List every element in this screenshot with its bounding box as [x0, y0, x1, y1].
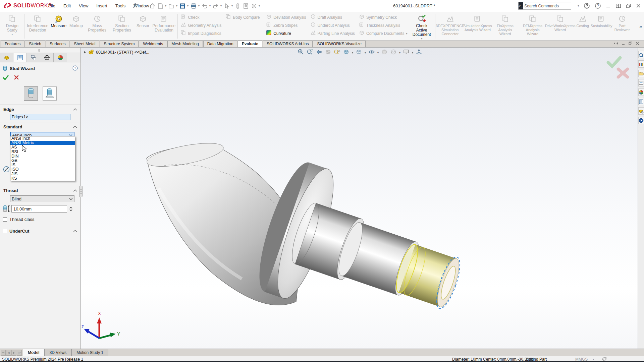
print-button[interactable] — [190, 2, 197, 10]
minimize-button[interactable] — [606, 4, 610, 8]
menu-insert[interactable]: Insert — [92, 0, 111, 12]
standard-option-ks[interactable]: KS — [10, 176, 75, 181]
doc-minimize-icon[interactable] — [622, 42, 625, 45]
new-doc-button[interactable] — [157, 2, 164, 10]
tab-sheet-metal[interactable]: Sheet Metal — [70, 41, 99, 47]
panel-splitter-handle[interactable] — [0, 48, 80, 53]
tab-structure-system[interactable]: Structure System — [100, 41, 139, 47]
view-palette-icon[interactable] — [638, 79, 644, 86]
doc-close-icon[interactable] — [636, 42, 639, 45]
select-dropdown-caret[interactable]: ▾ — [231, 4, 233, 7]
search-box[interactable]: >_ ▾ — [518, 2, 571, 10]
appearances-icon[interactable] — [638, 88, 644, 96]
displaymanager-tab[interactable] — [54, 53, 67, 62]
confirm-cancel-icon[interactable] — [618, 69, 628, 77]
tab-nav-last[interactable]: ⏭ — [17, 350, 22, 356]
standard-option-iso[interactable]: ISO — [10, 167, 75, 172]
parting-line-analysis-button[interactable]: Parting Line Analysis — [310, 30, 355, 37]
standard-option-din[interactable]: DIN — [10, 154, 75, 159]
edit-appearance-icon[interactable] — [381, 49, 388, 57]
feature-tree-flyout[interactable]: 60194001- (START) <<Def... — [84, 50, 149, 55]
confirm-ok-icon[interactable] — [608, 58, 620, 66]
tab-features[interactable]: Features — [1, 41, 24, 47]
measure-button[interactable]: Measure — [50, 12, 67, 40]
search-input[interactable] — [523, 4, 578, 8]
standard-section-header[interactable]: Standard — [0, 122, 80, 130]
rebuild-button[interactable] — [234, 2, 241, 10]
check-button[interactable]: Check — [180, 14, 221, 21]
previous-view-icon[interactable] — [316, 49, 322, 57]
menu-tools[interactable]: Tools — [111, 0, 129, 12]
options-dropdown-caret[interactable]: ▾ — [259, 4, 260, 7]
tab-weldments[interactable]: Weldments — [139, 41, 167, 47]
sustainability-button[interactable]: Sustainability — [591, 12, 611, 40]
configurationmanager-tab[interactable] — [27, 53, 40, 62]
check-active-document-caret[interactable]: ▾ — [421, 37, 422, 40]
select-button[interactable] — [223, 2, 230, 10]
featuremanager-tab[interactable] — [0, 53, 13, 62]
bottom-tab-motion-study-1[interactable]: Motion Study 1 — [71, 349, 108, 356]
thickness-analysis-button[interactable]: Thickness Analysis — [359, 22, 407, 29]
expand-panes-button[interactable] — [616, 4, 621, 8]
print-dropdown-caret[interactable]: ▾ — [198, 4, 200, 7]
3dexperience-simulation-connector-button[interactable]: 3DEXPERIENCE Simulation Connector — [436, 12, 464, 40]
standard-option-bsi[interactable]: BSI — [10, 150, 75, 154]
import-diagnostics-button[interactable]: Import Diagnostics — [180, 30, 221, 37]
solidworks-addins-icon[interactable] — [638, 107, 644, 115]
standard-option-as[interactable]: AS — [10, 145, 75, 149]
design-study-button[interactable]: Design Study▾ — [1, 12, 23, 40]
tab-solidworks-visualize[interactable]: SOLIDWORKS Visualize — [313, 41, 366, 47]
account-icon[interactable] — [584, 3, 590, 9]
dfmxpress-analysis-wizard-button[interactable]: DFMXpress Analysis Wizard — [519, 12, 546, 40]
ok-button[interactable] — [3, 75, 9, 80]
section-properties-button[interactable]: Section Properties — [110, 12, 135, 40]
thread-depth-input[interactable]: 10.00mm — [11, 205, 67, 213]
hide-show-items-caret[interactable]: ▾ — [377, 51, 379, 54]
undercut-analysis-button[interactable]: Undercut Analysis — [310, 22, 355, 29]
menu-edit[interactable]: Edit — [59, 0, 75, 12]
zoom-to-area-icon[interactable] — [307, 49, 313, 57]
design-library-icon[interactable] — [638, 60, 644, 68]
zoom-to-fit-icon[interactable] — [298, 49, 304, 57]
dock-arrows-icon[interactable] — [613, 42, 618, 45]
draft-analysis-button[interactable]: Draft Analysis — [310, 14, 355, 21]
cancel-button[interactable] — [14, 75, 19, 80]
help-icon[interactable]: ? — [595, 3, 601, 9]
file-properties-button[interactable] — [242, 2, 250, 10]
open-doc-button[interactable] — [168, 2, 175, 10]
apply-scene-icon[interactable] — [390, 49, 397, 57]
tab-nav-first[interactable]: ⏮ — [1, 350, 6, 356]
save-button[interactable] — [179, 2, 186, 10]
custom-properties-icon[interactable] — [638, 98, 644, 105]
standard-option-is[interactable]: IS — [10, 163, 75, 167]
panel-help-icon[interactable]: ? — [72, 65, 78, 72]
standard-option-gb[interactable]: GB — [10, 159, 75, 163]
tab-nav-prev[interactable]: ◀ — [6, 350, 11, 356]
part-model-3d[interactable] — [81, 48, 638, 349]
menu-view[interactable]: View — [75, 0, 92, 12]
graphics-viewport[interactable]: 60194001- (START) <<Def... A▾▾▾▾▾ x Y — [81, 48, 638, 349]
hide-show-items-icon[interactable] — [368, 49, 375, 57]
undo-button[interactable] — [201, 2, 208, 10]
options-button[interactable] — [250, 2, 258, 10]
close-button[interactable] — [636, 4, 641, 8]
section-view-icon[interactable] — [325, 49, 331, 57]
panel-viewport-splitter[interactable] — [79, 186, 83, 197]
dynamic-annotation-views-icon[interactable]: A — [334, 49, 340, 57]
body-compare-button[interactable]: Body Compare — [225, 14, 260, 21]
resources-home-icon[interactable] — [638, 51, 644, 58]
interference-detection-button[interactable]: Interference Detection — [25, 12, 50, 40]
tab-surfaces[interactable]: Surfaces — [46, 41, 69, 47]
mass-properties-button[interactable]: Mass Properties — [85, 12, 110, 40]
floxpress-analysis-wizard-button[interactable]: FloXpress Analysis Wizard — [491, 12, 519, 40]
tab-nav-next[interactable]: ▶ — [11, 350, 16, 356]
undo-dropdown-caret[interactable]: ▾ — [209, 4, 211, 7]
view-orientation-caret[interactable]: ▾ — [365, 51, 366, 54]
spinner-up-icon[interactable] — [69, 207, 72, 209]
open-doc-dropdown-caret[interactable]: ▾ — [176, 4, 177, 7]
home-button[interactable] — [149, 2, 156, 10]
driveworksxpress-wizard-button[interactable]: DriveWorksXpress Wizard — [546, 12, 574, 40]
costing-button[interactable]: Costing — [574, 12, 591, 40]
markup-button[interactable]: Markup — [67, 12, 85, 40]
marketplace-icon[interactable] — [638, 117, 644, 124]
